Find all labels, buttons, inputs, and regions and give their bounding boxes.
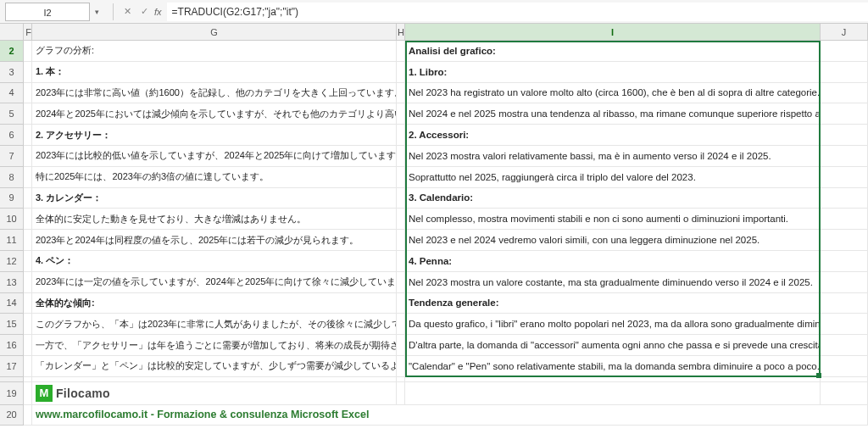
cell-I9[interactable]: 3. Calendario: (405, 188, 821, 209)
cell-I15[interactable]: Da questo grafico, i "libri" erano molto… (405, 314, 821, 335)
cell-H8[interactable] (397, 167, 405, 188)
cell-F8[interactable] (24, 167, 32, 188)
cell-J11[interactable] (821, 230, 868, 251)
row-header-16[interactable]: 16 (0, 335, 24, 356)
cell-I8[interactable]: Soprattutto nel 2025, raggiungerà circa … (405, 167, 821, 188)
cell-H15[interactable] (397, 314, 405, 335)
row-header-3[interactable]: 3 (0, 62, 24, 83)
cell-F11[interactable] (24, 230, 32, 251)
cell-J13[interactable] (821, 272, 868, 293)
cell-J6[interactable] (821, 125, 868, 146)
row-header-4[interactable]: 4 (0, 83, 24, 104)
col-header-H[interactable]: H (397, 24, 405, 41)
cell-F17[interactable] (24, 356, 32, 377)
cell-G6[interactable]: 2. アクセサリー： (32, 125, 397, 146)
cell-H7[interactable] (397, 146, 405, 167)
cancel-icon[interactable]: ✕ (120, 5, 134, 19)
cell-H17[interactable] (397, 356, 405, 377)
cell-G3[interactable]: 1. 本： (32, 62, 397, 83)
row-header-9[interactable]: 9 (0, 188, 24, 209)
cell-I6[interactable]: 2. Accessori: (405, 125, 821, 146)
row-header-2[interactable]: 2 (0, 41, 24, 62)
cell-H10[interactable] (397, 209, 405, 230)
cell-G17[interactable]: 「カレンダー」と「ペン」は比較的安定していますが、少しずつ需要が減少しているよう… (32, 356, 397, 377)
confirm-icon[interactable]: ✓ (137, 5, 151, 19)
row-header-17[interactable]: 17 (0, 356, 24, 377)
row-header-13[interactable]: 13 (0, 272, 24, 293)
row-header-20[interactable]: 20 (0, 405, 24, 426)
cell-I7[interactable]: Nel 2023 mostra valori relativamente bas… (405, 146, 821, 167)
cell-G2[interactable]: グラフの分析: (32, 41, 397, 62)
cell-J7[interactable] (821, 146, 868, 167)
cell-F13[interactable] (24, 272, 32, 293)
col-header-I[interactable]: I (405, 24, 821, 41)
cell-H4[interactable] (397, 83, 405, 104)
select-all-corner[interactable] (0, 24, 24, 41)
cell-J14[interactable] (821, 293, 868, 314)
cell-H16[interactable] (397, 335, 405, 356)
cell-I14[interactable]: Tendenza generale: (405, 293, 821, 314)
cell-G12[interactable]: 4. ペン： (32, 251, 397, 272)
cell-H6[interactable] (397, 125, 405, 146)
cell-G5[interactable]: 2024年と2025年においては減少傾向を示していますが、それでも他のカテゴリよ… (32, 103, 397, 125)
cell-J15[interactable] (821, 314, 868, 335)
row-header-12[interactable]: 12 (0, 251, 24, 272)
row-header-8[interactable]: 8 (0, 167, 24, 188)
cell-F14[interactable] (24, 293, 32, 314)
cell-F7[interactable] (24, 146, 32, 167)
cell-G11[interactable]: 2023年と2024年は同程度の値を示し、2025年には若干の減少が見られます。 (32, 230, 397, 251)
cell-G13[interactable]: 2023年には一定の値を示していますが、2024年と2025年に向けて徐々に減少… (32, 272, 397, 293)
cell-F6[interactable] (24, 125, 32, 146)
row-header-15[interactable]: 15 (0, 314, 24, 335)
cell-G15[interactable]: このグラフから、「本」は2023年に非常に人気がありましたが、その後徐々に減少し… (32, 314, 397, 335)
col-header-J[interactable]: J (821, 24, 868, 41)
col-header-F[interactable]: F (24, 24, 32, 41)
cell-H13[interactable] (397, 272, 405, 293)
cell-I10[interactable]: Nel complesso, mostra movimenti stabili … (405, 209, 821, 230)
cell-H12[interactable] (397, 251, 405, 272)
cell-F5[interactable] (24, 103, 32, 125)
cell-F16[interactable] (24, 335, 32, 356)
cell-J9[interactable] (821, 188, 868, 209)
formula-input[interactable]: =TRADUCI(G2:G17;"ja";"it") (167, 3, 868, 21)
cell-J10[interactable] (821, 209, 868, 230)
row-header-19[interactable]: 19 (0, 382, 24, 405)
cell-I17[interactable]: "Calendar" e "Pen" sono relativamente st… (405, 356, 821, 377)
row-header-5[interactable]: 5 (0, 103, 24, 125)
row-header-10[interactable]: 10 (0, 209, 24, 230)
cell-H3[interactable] (397, 62, 405, 83)
cell-H14[interactable] (397, 293, 405, 314)
cell-J8[interactable] (821, 167, 868, 188)
cell-G14[interactable]: 全体的な傾向: (32, 293, 397, 314)
cell-I16[interactable]: D'altra parte, la domanda di "accessori"… (405, 335, 821, 356)
cell-I2[interactable]: Analisi del grafico: (405, 41, 821, 62)
cell-F3[interactable] (24, 62, 32, 83)
row-header-6[interactable]: 6 (0, 125, 24, 146)
cell-I5[interactable]: Nel 2024 e nel 2025 mostra una tendenza … (405, 103, 821, 125)
cell-J16[interactable] (821, 335, 868, 356)
row-header-14[interactable]: 14 (0, 293, 24, 314)
cell-J5[interactable] (821, 103, 868, 125)
cell-F12[interactable] (24, 251, 32, 272)
row-header-7[interactable]: 7 (0, 146, 24, 167)
cell-F15[interactable] (24, 314, 32, 335)
cell-I4[interactable]: Nel 2023 ha registrato un valore molto a… (405, 83, 821, 104)
row-header-11[interactable]: 11 (0, 230, 24, 251)
cell-J12[interactable] (821, 251, 868, 272)
cell-I12[interactable]: 4. Penna: (405, 251, 821, 272)
cell-H5[interactable] (397, 103, 405, 125)
name-box[interactable]: I2 (5, 3, 90, 21)
cell-F9[interactable] (24, 188, 32, 209)
cell-G8[interactable]: 特に2025年には、2023年の約3倍の値に達しています。 (32, 167, 397, 188)
cell-H11[interactable] (397, 230, 405, 251)
cell-G7[interactable]: 2023年には比較的低い値を示していますが、2024年と2025年に向けて増加し… (32, 146, 397, 167)
cell-I11[interactable]: Nel 2023 e nel 2024 vedremo valori simil… (405, 230, 821, 251)
cell-G9[interactable]: 3. カレンダー： (32, 188, 397, 209)
col-header-G[interactable]: G (32, 24, 397, 41)
cell-H2[interactable] (397, 41, 405, 62)
cell-J2[interactable] (821, 41, 868, 62)
fx-icon[interactable]: fx (154, 7, 162, 17)
cell-F4[interactable] (24, 83, 32, 104)
cell-F10[interactable] (24, 209, 32, 230)
cell-J17[interactable] (821, 356, 868, 377)
